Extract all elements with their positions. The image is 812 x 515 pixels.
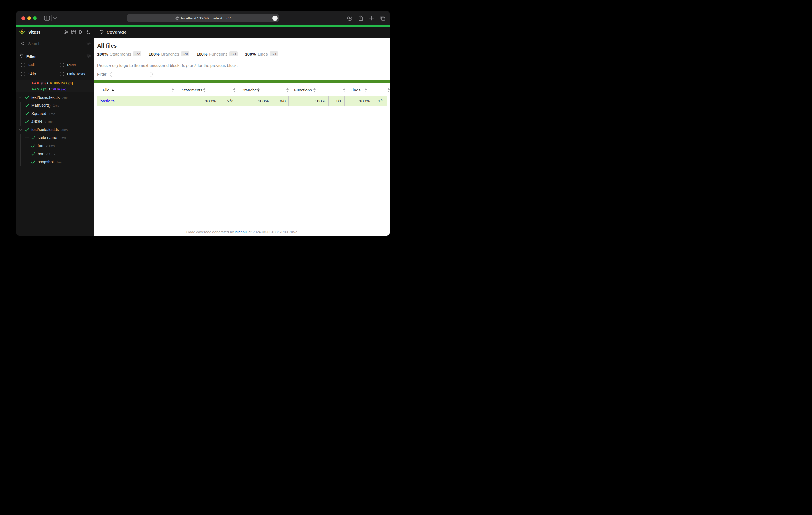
column-header-lines[interactable]: Lines (351, 88, 360, 92)
table-cell: 100% (236, 96, 272, 106)
filter-section-title: Filter (26, 54, 36, 59)
search-input[interactable] (28, 41, 86, 46)
dark-mode-icon[interactable] (86, 30, 91, 34)
tree-item-math-sqrt-[interactable]: Math.sqrt()1ms (17, 102, 94, 110)
file-filter-input[interactable] (110, 72, 152, 77)
filter-checkbox-skip[interactable]: Skip (21, 70, 36, 78)
test-duration: < 1ms (45, 120, 53, 123)
column-header-branches[interactable]: Branches (241, 88, 259, 92)
column-sorter-icon[interactable] (313, 88, 316, 92)
dashboard-icon[interactable] (71, 30, 76, 34)
indent-guide (20, 118, 21, 126)
istanbul-link[interactable]: istanbul (235, 230, 248, 234)
fraction-badge: 1/1 (229, 51, 238, 57)
filter-checkbox-pass[interactable]: Pass (60, 61, 76, 69)
pass-check-icon (25, 96, 29, 99)
column-header-file[interactable]: File (103, 88, 109, 92)
chevron-down-icon[interactable] (19, 96, 22, 98)
tree-item-test-basic-test-ts[interactable]: test/basic.test.ts2ms (17, 93, 94, 102)
zoom-window-button[interactable] (33, 17, 37, 20)
traffic-lights (22, 17, 37, 20)
column-sorter-icon[interactable] (286, 88, 289, 92)
tree-view-icon[interactable] (64, 30, 68, 34)
test-name: test/suite.test.ts (31, 127, 59, 132)
tree-item-snapshot[interactable]: snapshot1ms (17, 158, 94, 166)
address-bar[interactable]: localhost:51204/__vitest__/#/ (127, 14, 279, 22)
indent-guide (27, 142, 27, 150)
test-name: bar (38, 152, 44, 156)
app-title: Vitest (28, 30, 40, 35)
test-name: snapshot (38, 159, 54, 164)
downloads-button[interactable] (347, 16, 352, 21)
clear-filter-icon[interactable] (86, 55, 91, 58)
table-cell: 0/0 (272, 96, 289, 106)
column-sorter-icon[interactable] (343, 88, 346, 92)
new-tab-button[interactable] (369, 16, 374, 21)
sort-ascending-icon (111, 89, 114, 91)
tree-item-bar[interactable]: bar< 1ms (17, 150, 94, 158)
chevron-down-icon[interactable] (53, 11, 57, 25)
coverage-stats: 100%Statements2/2100%Branches0/0100%Func… (97, 51, 278, 57)
run-all-icon[interactable] (79, 30, 83, 34)
tree-item-squared[interactable]: Squared1ms (17, 110, 94, 118)
test-explorer-tree: test/basic.test.ts2msMath.sqrt()1msSquar… (17, 93, 94, 166)
column-sorter-icon[interactable] (365, 88, 367, 92)
indent-guide (20, 134, 21, 142)
page-settings-button[interactable] (272, 16, 278, 21)
tree-item-foo[interactable]: foo< 1ms (17, 142, 94, 150)
file-link[interactable]: basic.ts (100, 98, 115, 103)
pass-check-icon (31, 136, 35, 140)
tab-overview-button[interactable] (380, 16, 385, 21)
pass-check-icon (25, 104, 29, 107)
column-header-statements[interactable]: Statements (182, 88, 202, 92)
pass-check-icon (31, 160, 35, 164)
tree-item-json[interactable]: JSON< 1ms (17, 118, 94, 126)
column-sorter-icon[interactable] (172, 88, 174, 92)
clear-search-filter-icon[interactable] (86, 42, 91, 46)
pass-check-icon (31, 152, 35, 156)
share-button[interactable] (358, 15, 363, 21)
skip-count: SKIP (--) (51, 87, 66, 91)
tree-item-test-suite-test-ts[interactable]: test/suite.test.ts3ms (17, 126, 94, 134)
running-count: RUNNING (0) (50, 81, 73, 85)
main-panel: Coverage All files 100%Statements2/2100%… (94, 27, 389, 236)
column-sorter-icon[interactable] (233, 88, 236, 92)
column-sorter-icon[interactable] (203, 88, 206, 92)
test-duration: 2ms (62, 96, 68, 99)
summary-line-2: PASS (2) / SKIP (--) (17, 86, 94, 92)
browser-toolbar: localhost:51204/__vitest__/#/ (17, 11, 389, 25)
filter-checkbox-fail[interactable]: Fail (21, 61, 35, 69)
stat-lines: 100%Lines1/1 (245, 51, 278, 57)
checkbox-icon (21, 72, 25, 76)
pass-check-icon (25, 120, 29, 123)
file-filter-label: Filter: (97, 72, 107, 77)
indent-guide (27, 150, 27, 158)
test-name: test/basic.test.ts (31, 95, 60, 100)
page-title: Coverage (107, 30, 126, 35)
test-name: foo (38, 144, 43, 148)
keyboard-hint: Press n or j to go to the next uncovered… (97, 63, 238, 68)
coverage-header: Coverage (94, 27, 389, 38)
fail-count: FAIL (0) (32, 81, 46, 85)
tree-item-suite-name[interactable]: suite name2ms (17, 134, 94, 142)
table-cell (125, 96, 175, 106)
test-name: JSON (31, 119, 42, 124)
test-name: Math.sqrt() (31, 103, 51, 108)
column-sorter-icon[interactable] (257, 88, 260, 92)
column-header-functions[interactable]: Functions (294, 88, 312, 92)
test-duration: 2ms (60, 136, 66, 140)
pass-count: PASS (2) (32, 87, 48, 91)
column-sorter-icon[interactable] (387, 88, 389, 92)
minimize-window-button[interactable] (27, 17, 31, 20)
indent-guide (20, 150, 21, 158)
coverage-report: All files 100%Statements2/2100%Branches0… (94, 38, 389, 236)
close-window-button[interactable] (22, 17, 25, 20)
sidebar-toggle-icon[interactable] (44, 11, 50, 25)
stat-functions: 100%Functions1/1 (197, 51, 238, 57)
chevron-down-icon[interactable] (25, 137, 29, 139)
indent-guide (20, 110, 21, 118)
filter-checkbox-only-tests[interactable]: Only Tests (60, 70, 85, 78)
pass-check-icon (31, 144, 35, 148)
chevron-down-icon[interactable] (19, 129, 22, 131)
coverage-table-row: basic.ts100%2/2100%0/0100%1/1100%1/1 (97, 96, 387, 106)
